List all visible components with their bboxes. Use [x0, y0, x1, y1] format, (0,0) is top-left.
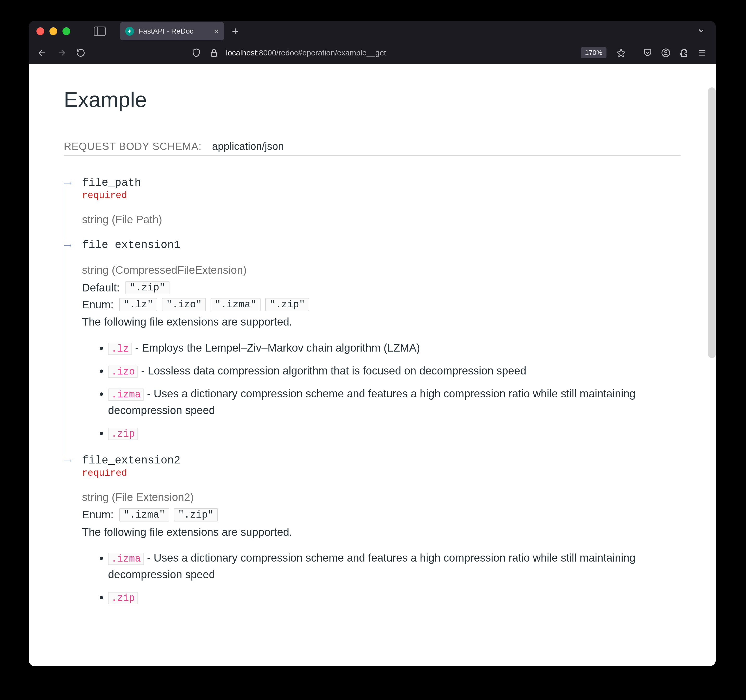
lock-icon — [208, 47, 220, 59]
pocket-icon[interactable] — [642, 47, 653, 59]
bookmark-star-icon[interactable] — [615, 47, 627, 59]
prop-description-list: .izma - Uses a dictionary compression sc… — [82, 550, 681, 605]
enum-label: Enum: — [82, 508, 113, 521]
prop-type: string (CompressedFileExtension) — [82, 264, 681, 276]
extensions-icon[interactable] — [678, 47, 690, 59]
browser-tab[interactable]: FastAPI - ReDoc × — [120, 22, 224, 41]
schema-mime: application/json — [212, 141, 284, 152]
schema-label: REQUEST BODY SCHEMA: — [64, 141, 202, 152]
sidebar-toggle-icon[interactable] — [94, 27, 106, 36]
tabs-overflow-icon[interactable] — [697, 27, 705, 36]
url-path: :8000/redoc#operation/example__get — [257, 48, 386, 57]
enum-label: Enum: — [82, 299, 113, 311]
code-chip: .zip — [108, 428, 138, 440]
minimize-window-button[interactable] — [50, 27, 57, 35]
prop-required: required — [82, 190, 681, 201]
svg-point-2 — [665, 51, 667, 53]
list-item: .zip — [108, 589, 681, 605]
list-item: .zip — [108, 425, 681, 441]
prop-description-list: .lz - Employs the Lempel–Ziv–Markov chai… — [82, 339, 681, 441]
fastapi-favicon-icon — [125, 27, 134, 36]
prop-required: required — [82, 468, 681, 479]
prop-type: string (File Path) — [82, 213, 681, 226]
schema-header: REQUEST BODY SCHEMA: application/json — [64, 141, 681, 156]
account-icon[interactable] — [660, 47, 672, 59]
zoom-badge[interactable]: 170% — [581, 47, 607, 58]
code-chip: .izma — [108, 389, 144, 401]
tab-close-icon[interactable]: × — [214, 27, 219, 36]
prop-type: string (File Extension2) — [82, 491, 681, 503]
browser-window: FastAPI - ReDoc × + localhost:8000/redoc… — [29, 21, 716, 666]
code-chip: .lz — [108, 343, 132, 355]
prop-name: file_path — [82, 177, 681, 189]
prop-default-row: Default: ".zip" — [82, 281, 681, 294]
prop-enum-row: Enum: ".izma" ".zip" — [82, 508, 681, 521]
redoc-page: Example REQUEST BODY SCHEMA: application… — [29, 64, 716, 634]
prop-name: file_extension1 — [82, 239, 681, 251]
enum-value: ".izma" — [211, 298, 260, 311]
page-title: Example — [64, 87, 681, 112]
list-item: .izo - Lossless data compression algorit… — [108, 362, 681, 379]
list-item: .izma - Uses a dictionary compression sc… — [108, 385, 681, 418]
close-window-button[interactable] — [36, 27, 44, 35]
url-host: localhost — [226, 48, 257, 57]
prop-file-path: file_path required string (File Path) — [64, 177, 681, 226]
maximize-window-button[interactable] — [62, 27, 70, 35]
prop-file-extension2: file_extension2 required string (File Ex… — [64, 454, 681, 606]
reload-button[interactable] — [75, 47, 86, 59]
toolbar-right — [642, 47, 708, 59]
code-chip: .izma — [108, 553, 144, 565]
enum-value: ".zip" — [174, 508, 218, 521]
code-chip: .izo — [108, 366, 138, 378]
url-bar[interactable]: localhost:8000/redoc#operation/example__… — [97, 45, 632, 61]
window-controls — [36, 27, 70, 35]
code-chip: .zip — [108, 592, 138, 604]
prop-enum-row: Enum: ".lz" ".izo" ".izma" ".zip" — [82, 298, 681, 311]
scrollbar[interactable] — [708, 87, 716, 358]
navbar: localhost:8000/redoc#operation/example__… — [29, 42, 716, 64]
forward-button[interactable] — [56, 47, 67, 59]
titlebar: FastAPI - ReDoc × + — [29, 21, 716, 42]
prop-description: The following file extensions are suppor… — [82, 525, 681, 539]
default-value: ".zip" — [125, 281, 170, 294]
prop-description: The following file extensions are suppor… — [82, 315, 681, 329]
back-button[interactable] — [36, 47, 48, 59]
enum-value: ".zip" — [265, 298, 309, 311]
new-tab-button[interactable]: + — [232, 25, 239, 38]
props-list: file_path required string (File Path) fi… — [64, 177, 681, 605]
list-item: .izma - Uses a dictionary compression sc… — [108, 550, 681, 583]
enum-value: ".izma" — [119, 508, 169, 521]
tab-title: FastAPI - ReDoc — [139, 27, 193, 35]
enum-value: ".lz" — [119, 298, 157, 311]
url-text: localhost:8000/redoc#operation/example__… — [226, 48, 386, 57]
svg-rect-0 — [211, 52, 217, 56]
enum-value: ".izo" — [162, 298, 206, 311]
prop-name: file_extension2 — [82, 454, 681, 467]
shield-icon[interactable] — [191, 47, 202, 59]
content-area: Example REQUEST BODY SCHEMA: application… — [29, 64, 716, 666]
prop-file-extension1: file_extension1 string (CompressedFileEx… — [64, 239, 681, 441]
list-item: .lz - Employs the Lempel–Ziv–Markov chai… — [108, 339, 681, 356]
default-label: Default: — [82, 282, 120, 294]
menu-icon[interactable] — [696, 47, 708, 59]
